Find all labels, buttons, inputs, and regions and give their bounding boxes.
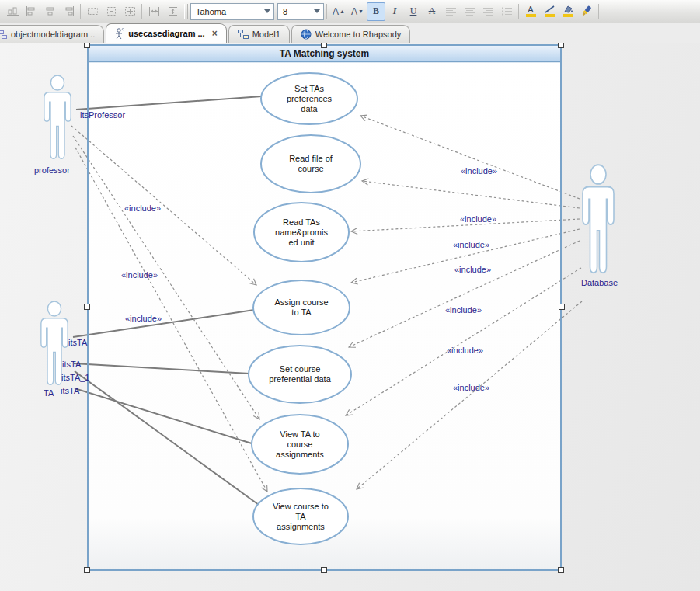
fill-color-button[interactable] — [559, 2, 577, 21]
include-label: «include» — [460, 214, 496, 224]
rhapsody-window: Tahoma 8 A▲ A▼ B I U A — [0, 0, 700, 591]
align-bottom-icon[interactable] — [3, 2, 22, 21]
frame-title: TA Matching system — [88, 45, 561, 61]
association-label: itsTA — [68, 338, 87, 347]
include-label: «include» — [453, 240, 489, 249]
underline-button[interactable]: U — [404, 2, 423, 21]
line-color-button[interactable] — [540, 2, 559, 21]
selection-handle[interactable] — [559, 304, 565, 310]
space-vertically-icon[interactable] — [163, 2, 182, 21]
same-size-icon[interactable] — [120, 2, 139, 21]
tab-objectmodeldiagram[interactable]: objectmodeldiagram .. — [0, 25, 104, 43]
usecase-label: View TA to course assignments — [257, 420, 343, 468]
usecase-label: Set course preferential data — [257, 350, 343, 398]
align-text-left-icon[interactable] — [441, 2, 460, 21]
bullet-list-icon[interactable] — [497, 2, 516, 21]
include-label: «include» — [445, 305, 482, 315]
actor-label-ta: TA — [44, 388, 54, 398]
association-label: itsTA — [62, 360, 81, 369]
format-toolbar: Tahoma 8 A▲ A▼ B I U A — [0, 0, 700, 23]
align-text-center-icon[interactable] — [460, 2, 479, 21]
usecase-label: Read TAs name&promis ed unit — [259, 208, 344, 256]
actor-label-database: Database — [581, 278, 618, 287]
font-size-value: 8 — [283, 7, 287, 16]
align-right-icon[interactable] — [59, 2, 78, 21]
color-swatch — [563, 14, 573, 17]
actor-database-figure[interactable] — [583, 165, 614, 273]
usecase-label: Read file of course — [268, 140, 353, 188]
tab-model1[interactable]: Model1 — [228, 25, 290, 43]
tab-usecasediagram[interactable]: usecasediagram ... × — [106, 23, 226, 43]
chevron-down-icon — [314, 9, 320, 16]
tab-label: Welcome to Rhapsody — [315, 30, 401, 39]
align-text-right-icon[interactable] — [479, 2, 497, 21]
same-width-icon[interactable] — [83, 2, 102, 21]
close-icon[interactable]: × — [212, 28, 218, 39]
usecase-label: Set TAs preferences data — [266, 75, 352, 123]
include-label: «include» — [461, 166, 497, 176]
include-label: «include» — [454, 265, 491, 274]
association-label: itsProfessor — [80, 110, 125, 120]
model-icon — [238, 30, 249, 39]
strikethrough-button[interactable]: A — [423, 2, 441, 21]
space-horizontally-icon[interactable] — [145, 2, 163, 21]
same-height-icon[interactable] — [102, 2, 120, 21]
bold-button[interactable]: B — [367, 2, 385, 21]
include-label: «include» — [124, 203, 161, 213]
globe-icon — [301, 29, 312, 40]
tab-welcome[interactable]: Welcome to Rhapsody — [291, 25, 410, 43]
format-painter-icon[interactable] — [577, 2, 596, 21]
tab-label: usecasediagram ... — [128, 29, 204, 38]
usecase-label: Assign course to TA — [259, 283, 344, 332]
association-label: itsTA_1 — [61, 373, 89, 382]
align-left-icon[interactable] — [22, 2, 40, 21]
font-size-select[interactable]: 8 — [277, 3, 324, 20]
diagram-canvas[interactable]: TA Matching system Set TAs preferences d… — [0, 43, 700, 591]
selection-handle[interactable] — [85, 304, 90, 310]
include-label: «include» — [125, 314, 162, 323]
actor-label-professor: professor — [34, 165, 70, 175]
tab-label: objectmodeldiagram .. — [11, 30, 95, 39]
actor-icon — [115, 28, 124, 40]
actor-professor-figure[interactable] — [44, 75, 71, 158]
align-center-icon[interactable] — [40, 2, 59, 21]
chevron-down-icon — [264, 9, 270, 16]
italic-button[interactable]: I — [385, 2, 404, 21]
tab-label: Model1 — [252, 30, 280, 39]
decrease-font-button[interactable]: A▼ — [348, 2, 367, 21]
usecase-label: View course to TA assignments — [258, 492, 343, 541]
include-label: «include» — [447, 346, 483, 355]
font-color-button[interactable]: A — [521, 2, 540, 21]
increase-font-button[interactable]: A▲ — [329, 2, 348, 21]
color-swatch — [545, 14, 555, 17]
font-family-value: Tahoma — [196, 7, 226, 16]
diagram-tab-bar: objectmodeldiagram .. usecasediagram ...… — [0, 23, 700, 43]
include-label: «include» — [121, 270, 158, 280]
selection-handle[interactable] — [559, 568, 564, 573]
include-label: «include» — [453, 383, 489, 392]
selection-handle[interactable] — [85, 568, 90, 573]
color-swatch — [526, 14, 536, 17]
association-label: itsTA — [61, 386, 79, 395]
selection-handle[interactable] — [322, 568, 327, 573]
font-family-select[interactable]: Tahoma — [190, 3, 274, 20]
diagram-icon — [0, 30, 7, 39]
